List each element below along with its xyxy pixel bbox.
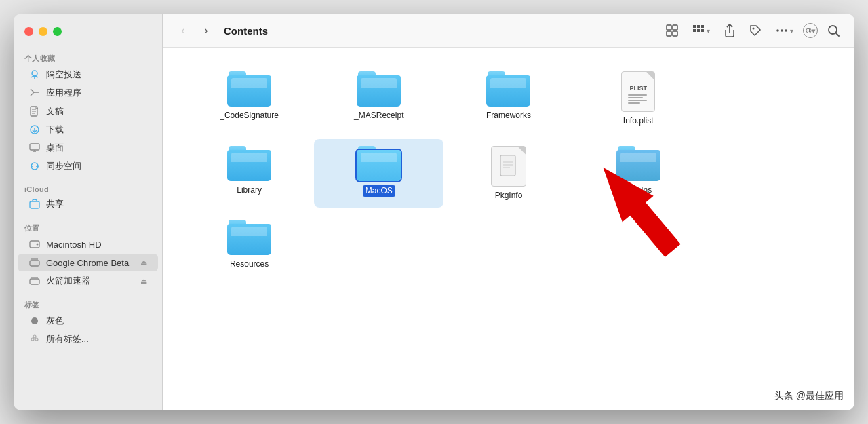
svg-rect-23 (673, 25, 677, 30)
hd-icon (28, 238, 41, 250)
file-item-resources[interactable]: Resources (184, 213, 314, 277)
svg-point-0 (32, 71, 37, 76)
svg-point-35 (785, 29, 787, 32)
share-icon (28, 198, 41, 210)
file-item-frameworks[interactable]: Frameworks (443, 64, 573, 134)
toolbar-actions: ▾ ▾ ® ▾ (662, 20, 844, 41)
file-item-codesignature[interactable]: _CodeSignature (184, 64, 314, 134)
main-content: ‹ › Contents ▾ (163, 14, 854, 410)
gray-tag-icon (28, 315, 41, 327)
file-item-info-plist[interactable]: PLIST Info.plist (574, 64, 703, 134)
svg-rect-25 (673, 31, 677, 36)
folder-icon-macos (357, 146, 401, 181)
sidebar-item-docs[interactable]: 文稿 (18, 102, 158, 120)
doc-icon (28, 105, 41, 117)
share-label: 共享 (46, 198, 147, 210)
locations-section-title: 位置 (14, 219, 162, 235)
svg-rect-27 (697, 25, 700, 28)
sidebar-item-share[interactable]: 共享 (18, 195, 158, 213)
view-options-button[interactable]: ▾ (688, 21, 714, 40)
svg-point-14 (37, 244, 39, 246)
rocket-drive-icon (28, 275, 41, 287)
toolbar-title: Contents (224, 25, 654, 37)
file-item-masreceipt[interactable]: _MASReceipt (314, 64, 443, 134)
folder-icon-codesignature (227, 71, 271, 107)
window-controls (14, 22, 162, 47)
svg-rect-22 (667, 25, 671, 30)
tags-section: 标签 灰色 所有标签... (14, 293, 162, 351)
nav-buttons: ‹ › (174, 21, 216, 40)
back-button[interactable]: ‹ (174, 21, 193, 40)
file-item-pkginfo[interactable]: PkgInfo (443, 139, 573, 208)
downloads-label: 下载 (46, 123, 147, 136)
file-item-library[interactable]: Library (184, 139, 314, 208)
more-dropdown-arrow: ▾ (790, 27, 793, 35)
sidebar-item-rocket[interactable]: 火箭加速器 ⏏ (18, 272, 158, 290)
sidebar-item-all-tags[interactable]: 所有标签... (18, 330, 158, 348)
drive-icon (28, 256, 41, 269)
svg-line-37 (836, 33, 839, 36)
svg-rect-26 (693, 25, 696, 28)
pkginfo-file-icon (491, 146, 526, 187)
svg-point-20 (35, 338, 38, 341)
file-name-plugins: PlugIns (625, 185, 652, 196)
svg-point-33 (776, 29, 779, 32)
folder-icon-masreceipt (357, 71, 401, 107)
sidebar-item-desktop[interactable]: 桌面 (18, 139, 158, 157)
plist-file-icon: PLIST (621, 71, 655, 112)
all-tags-icon (28, 333, 41, 345)
svg-rect-24 (667, 31, 671, 36)
maximize-button[interactable] (53, 27, 62, 36)
airplay-icon (28, 69, 41, 81)
file-grid: _CodeSignature _MASReceipt (163, 48, 854, 410)
sidebar-item-macintosh-hd[interactable]: Macintosh HD (18, 235, 158, 253)
tag-button[interactable] (745, 20, 766, 41)
apps-icon (28, 87, 41, 99)
sync-label: 同步空间 (46, 160, 147, 172)
folder-icon-frameworks (486, 71, 530, 107)
register-button[interactable]: ® ▾ (803, 23, 818, 38)
eject-icon-rocket[interactable]: ⏏ (140, 277, 147, 286)
svg-point-34 (781, 29, 783, 32)
icloud-section: iCloud 共享 (14, 178, 162, 216)
svg-rect-15 (30, 261, 39, 266)
sidebar-item-gray-tag[interactable]: 灰色 (18, 312, 158, 330)
svg-point-21 (33, 335, 36, 338)
svg-rect-29 (693, 29, 696, 32)
file-name-frameworks: Frameworks (486, 111, 531, 121)
file-name-resources: Resources (230, 259, 269, 270)
sidebar-item-downloads[interactable]: 下载 (18, 121, 158, 138)
file-item-plugins[interactable]: PlugIns (574, 139, 703, 208)
sidebar-item-chrome-beta[interactable]: Google Chrome Beta ⏏ (18, 254, 158, 271)
svg-point-36 (829, 26, 837, 34)
svg-point-32 (753, 28, 755, 30)
close-button[interactable] (24, 27, 33, 36)
sidebar-item-sync[interactable]: 同步空间 (18, 157, 158, 175)
sidebar-item-airdrop[interactable]: 隔空投送 (18, 66, 158, 83)
sidebar-item-apps[interactable]: 应用程序 (18, 84, 158, 102)
svg-rect-30 (697, 29, 700, 32)
airdrop-label: 隔空投送 (46, 69, 147, 81)
forward-button[interactable]: › (197, 21, 216, 40)
file-name-macos: MacOS (363, 185, 395, 197)
locations-section: 位置 Macintosh HD Google Chrome Beta ⏏ (14, 216, 162, 293)
macintosh-hd-label: Macintosh HD (46, 239, 147, 250)
search-button[interactable] (823, 20, 844, 41)
svg-rect-12 (30, 201, 39, 208)
svg-rect-38 (500, 155, 515, 176)
chrome-beta-label: Google Chrome Beta (46, 258, 135, 268)
eject-icon-chrome[interactable]: ⏏ (140, 258, 147, 267)
minimize-button[interactable] (39, 27, 47, 36)
sidebar: 个人收藏 隔空投送 应用程序 文稿 (14, 14, 163, 410)
svg-rect-28 (701, 25, 704, 28)
file-name-info-plist: Info.plist (623, 116, 654, 127)
share-button[interactable] (719, 20, 740, 41)
desktop-label: 桌面 (46, 142, 147, 154)
file-item-macos[interactable]: MacOS (314, 139, 443, 208)
watermark: 头条 @最佳应用 (774, 390, 844, 402)
toolbar: ‹ › Contents ▾ (163, 14, 854, 48)
more-button[interactable]: ▾ (771, 21, 797, 40)
sync-icon (28, 160, 41, 172)
svg-point-19 (31, 338, 34, 341)
view-grid-button[interactable] (662, 20, 682, 41)
